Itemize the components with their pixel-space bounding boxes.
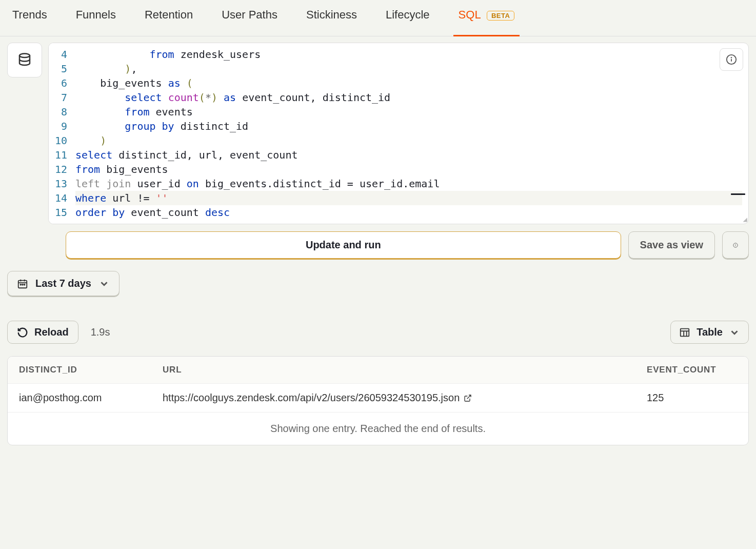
update-and-run-button[interactable]: Update and run — [66, 231, 621, 259]
cell-event-count: 125 — [635, 384, 748, 412]
editor-info-button[interactable] — [720, 48, 743, 71]
view-mode-label: Table — [697, 326, 723, 338]
cell-distinct-id: ian@posthog.com — [8, 384, 151, 412]
query-timing: 1.9s — [91, 326, 110, 338]
tab-bar: Trends Funnels Retention User Paths Stic… — [0, 2, 756, 36]
code-body[interactable]: from zendesk_users ), big_events as ( se… — [75, 43, 748, 224]
date-range-picker[interactable]: Last 7 days — [7, 271, 120, 296]
tab-funnels[interactable]: Funnels — [71, 2, 121, 28]
table-header: DISTINCT_ID URL EVENT_COUNT — [8, 357, 748, 384]
svg-point-13 — [24, 284, 25, 285]
svg-point-3 — [731, 57, 732, 58]
column-header-url[interactable]: URL — [151, 357, 635, 383]
sql-editor[interactable]: 456789101112131415 from zendesk_users ),… — [48, 43, 749, 224]
column-header-event-count[interactable]: EVENT_COUNT — [635, 357, 748, 383]
chevron-down-icon — [98, 278, 110, 289]
cell-url[interactable]: https://coolguys.zendesk.com/api/v2/user… — [151, 384, 635, 412]
column-header-distinct-id[interactable]: DISTINCT_ID — [8, 357, 151, 383]
cell-url-text: https://coolguys.zendesk.com/api/v2/user… — [163, 392, 460, 404]
table-footer: Showing one entry. Reached the end of re… — [8, 413, 748, 445]
tab-stickiness[interactable]: Stickiness — [301, 2, 362, 28]
tab-lifecycle[interactable]: Lifecycle — [381, 2, 435, 28]
svg-point-12 — [22, 284, 23, 285]
reload-icon — [17, 327, 28, 338]
tab-trends[interactable]: Trends — [7, 2, 52, 28]
reload-button[interactable]: Reload — [7, 321, 78, 344]
svg-point-11 — [20, 284, 21, 285]
external-link-icon — [464, 394, 472, 402]
actions-info-button[interactable] — [722, 231, 749, 259]
svg-rect-14 — [681, 328, 689, 336]
beta-badge: BETA — [487, 11, 514, 21]
tab-sql[interactable]: SQL BETA — [453, 2, 520, 28]
table-row[interactable]: ian@posthog.com https://coolguys.zendesk… — [8, 384, 748, 413]
info-icon — [733, 240, 738, 251]
calendar-icon — [17, 278, 28, 289]
minus-icon — [731, 193, 745, 195]
info-icon — [726, 54, 737, 65]
resize-handle[interactable]: ◢ — [743, 215, 747, 223]
svg-point-0 — [19, 54, 30, 58]
line-gutter: 456789101112131415 — [49, 43, 75, 224]
results-table: DISTINCT_ID URL EVENT_COUNT ian@posthog.… — [7, 356, 749, 445]
database-icon-button[interactable] — [7, 43, 42, 77]
table-icon — [679, 327, 690, 338]
save-as-view-button[interactable]: Save as view — [628, 231, 715, 259]
tab-sql-label: SQL — [459, 8, 481, 21]
reload-label: Reload — [34, 326, 69, 338]
date-range-label: Last 7 days — [35, 278, 91, 289]
chevron-down-icon — [729, 327, 740, 338]
svg-line-18 — [467, 395, 471, 399]
tab-retention[interactable]: Retention — [140, 2, 198, 28]
database-icon — [17, 52, 32, 68]
view-mode-selector[interactable]: Table — [670, 321, 749, 344]
tab-user-paths[interactable]: User Paths — [216, 2, 283, 28]
